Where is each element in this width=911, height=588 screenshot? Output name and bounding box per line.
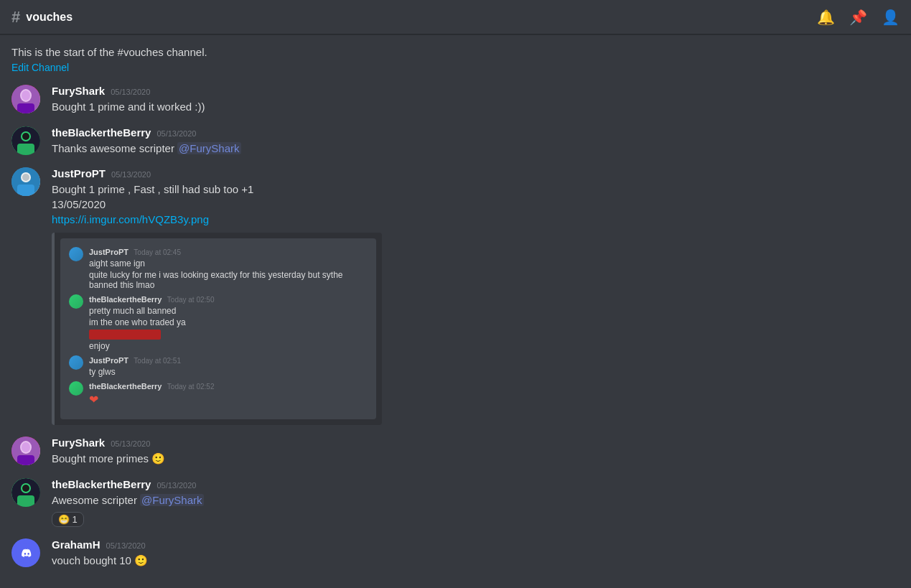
embed-avatar	[69, 355, 83, 370]
message-header: FuryShark 05/13/2020	[52, 437, 900, 449]
bell-icon[interactable]: 🔔	[817, 9, 835, 26]
embed-msg-text	[89, 329, 214, 340]
embed-msg-text: ty glws	[89, 367, 181, 377]
svg-point-14	[22, 442, 30, 452]
svg-point-19	[22, 485, 29, 492]
svg-point-7	[22, 133, 29, 140]
channel-hash-icon: #	[11, 8, 20, 27]
message-timestamp: 05/13/2020	[106, 541, 146, 550]
avatar-image	[11, 167, 40, 196]
reactions: 😁 1	[52, 512, 900, 527]
embed-avatar	[69, 294, 83, 309]
avatar	[11, 478, 40, 507]
message-content: FuryShark 05/13/2020 Bought 1 prime and …	[52, 85, 900, 115]
embed-row: JustProPT Today at 02:51 ty glws	[69, 355, 368, 377]
message-text: Awesome scripter @FuryShark	[52, 493, 900, 508]
channel-title: vouches	[26, 11, 73, 24]
svg-rect-6	[17, 144, 34, 155]
message-username: theBlackertheBerry	[52, 126, 151, 139]
mention: @FuryShark	[177, 142, 240, 154]
message-group: GrahamH 05/13/2020 vouch bought 10 🙂	[11, 538, 900, 569]
message-username: FuryShark	[52, 437, 105, 449]
embed-message: JustProPT Today at 02:51 ty glws	[89, 355, 181, 377]
message-content: theBlackertheBerry 05/13/2020 Awesome sc…	[52, 478, 900, 528]
message-text: Bought 1 prime and it worked :))	[52, 100, 900, 115]
embed-row: JustProPT Today at 02:45 aight same ign …	[69, 247, 368, 290]
mention: @FuryShark	[140, 494, 203, 506]
embed-username: JustProPT	[89, 248, 129, 256]
pin-icon[interactable]: 📌	[849, 9, 867, 26]
avatar-image	[11, 437, 40, 465]
avatar	[11, 538, 40, 567]
svg-rect-18	[17, 495, 34, 507]
embed-message: theBlackertheBerry Today at 02:50 pretty…	[89, 294, 214, 351]
message-group: FuryShark 05/13/2020 Bought more primes …	[11, 437, 900, 467]
message-timestamp: 05/13/2020	[156, 481, 196, 490]
message-link[interactable]: https://i.imgur.com/hVQZB3y.png	[52, 213, 209, 225]
message-text: vouch bought 10 🙂	[52, 554, 900, 569]
message-text: Thanks awesome scripter @FuryShark	[52, 141, 900, 157]
embed-msg-text: ❤	[89, 393, 214, 406]
embed-msg-text: pretty much all banned	[89, 306, 214, 316]
avatar-image	[11, 85, 40, 113]
embed-redacted	[89, 330, 161, 340]
message-username: JustProPT	[52, 167, 106, 179]
header-left: # vouches	[11, 8, 73, 27]
embed-time: Today at 02:50	[167, 296, 215, 304]
channel-start-text: This is the start of the #vouches channe…	[11, 46, 900, 58]
message-content: FuryShark 05/13/2020 Bought more primes …	[52, 437, 900, 467]
embed-row: theBlackertheBerry Today at 02:52 ❤	[69, 381, 368, 406]
svg-point-11	[22, 174, 29, 181]
embed-msg-text: quite lucky for me i was looking exactly…	[89, 270, 368, 290]
embed-time: Today at 02:52	[167, 383, 215, 391]
embed-image: JustProPT Today at 02:45 aight same ign …	[52, 233, 382, 425]
embed-username: theBlackertheBerry	[89, 382, 162, 391]
svg-rect-10	[17, 185, 34, 196]
embed-time: Today at 02:45	[134, 248, 181, 256]
message-text: Bought 1 prime , Fast , still had sub to…	[52, 182, 900, 227]
embed-row: theBlackertheBerry Today at 02:50 pretty…	[69, 294, 368, 351]
message-header: JustProPT 05/13/2020	[52, 167, 900, 179]
message-username: FuryShark	[52, 85, 105, 97]
avatar-image	[11, 478, 40, 507]
header-icons: 🔔 📌 👤	[817, 9, 900, 26]
message-username: GrahamH	[52, 538, 101, 551]
members-icon[interactable]: 👤	[882, 9, 900, 26]
message-header: theBlackertheBerry 05/13/2020	[52, 478, 900, 490]
avatar	[11, 437, 40, 465]
embed-avatar	[69, 247, 83, 261]
message-timestamp: 05/13/2020	[111, 88, 150, 96]
embed-username: theBlackertheBerry	[89, 295, 162, 304]
message-group: theBlackertheBerry 05/13/2020 Thanks awe…	[11, 126, 900, 157]
channel-start: This is the start of the #vouches channe…	[11, 46, 900, 73]
message-content: JustProPT 05/13/2020 Bought 1 prime , Fa…	[52, 167, 900, 425]
embed-time: Today at 02:51	[134, 357, 181, 365]
embed-msg-text: enjoy	[89, 341, 214, 351]
avatar	[11, 126, 40, 155]
embed-message: JustProPT Today at 02:45 aight same ign …	[89, 247, 368, 290]
reaction[interactable]: 😁 1	[52, 512, 84, 527]
discord-logo	[16, 543, 36, 563]
edit-channel-link[interactable]: Edit Channel	[11, 62, 69, 73]
message-timestamp: 05/13/2020	[111, 170, 151, 179]
message-username: theBlackertheBerry	[52, 478, 151, 490]
svg-point-2	[22, 90, 30, 101]
avatar	[11, 167, 40, 196]
message-timestamp: 05/13/2020	[156, 129, 196, 138]
channel-header: # vouches 🔔 📌 👤	[0, 0, 911, 34]
avatar-image	[11, 126, 40, 155]
embed-message: theBlackertheBerry Today at 02:52 ❤	[89, 381, 214, 406]
message-text: Bought more primes 🙂	[52, 452, 900, 467]
message-header: GrahamH 05/13/2020	[52, 538, 900, 551]
svg-rect-3	[17, 103, 34, 113]
embed-screenshot: JustProPT Today at 02:45 aight same ign …	[60, 238, 376, 419]
embed-msg-text: aight same ign	[89, 258, 368, 269]
message-group: theBlackertheBerry 05/13/2020 Awesome sc…	[11, 478, 900, 528]
message-header: theBlackertheBerry 05/13/2020	[52, 126, 900, 139]
svg-rect-15	[17, 455, 34, 465]
messages-content: This is the start of the #vouches channe…	[0, 34, 911, 588]
embed-username: JustProPT	[89, 356, 129, 365]
message-group: JustProPT 05/13/2020 Bought 1 prime , Fa…	[11, 167, 900, 425]
embed-avatar	[69, 381, 83, 396]
avatar	[11, 85, 40, 113]
